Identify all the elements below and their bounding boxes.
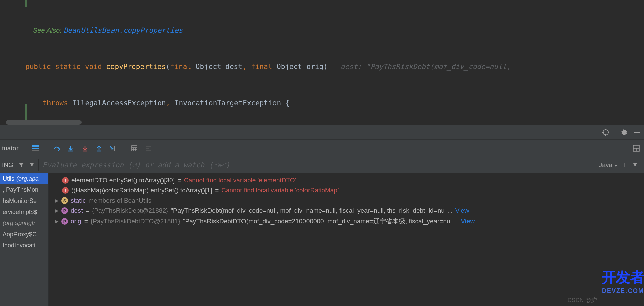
svg-rect-8 — [32, 150, 39, 151]
code-editor[interactable]: See Also: BeanUtilsBean.copyProperties p… — [0, 0, 644, 125]
variable-name: static — [71, 197, 86, 204]
error-message: Cannot find local variable 'elementDTO' — [184, 177, 296, 184]
variable-row[interactable]: ▶ P orig = {PayThsRiskDebtDTO@21881} "Pa… — [49, 216, 641, 227]
frames-list[interactable]: Utils (org.apa , PayThsMon hsMonitorSe e… — [0, 173, 49, 306]
step-into-icon[interactable] — [67, 145, 74, 152]
gear-icon[interactable] — [620, 129, 628, 136]
brace-open: { — [285, 97, 290, 109]
variable-type: {PayThsRiskDebt@21882} — [92, 207, 168, 214]
param-dest: dest — [225, 61, 243, 73]
keyword-void: void — [85, 61, 102, 73]
language-selector[interactable]: Java ▼ — [599, 161, 618, 169]
comma: , — [166, 97, 174, 109]
variable-row[interactable]: ▶ P dest = {PayThsRiskDebt@21882} "PayTh… — [49, 206, 641, 216]
svg-rect-7 — [32, 148, 39, 149]
variable-desc: members of BeanUtils — [88, 197, 151, 204]
stack-frame[interactable]: Utils (org.apa — [0, 173, 48, 184]
force-step-into-icon[interactable] — [81, 145, 89, 152]
watch-expression: elementDTO.entrySet().toArray()[30] — [71, 177, 175, 184]
keyword-final: final — [170, 61, 191, 73]
watch-error-row[interactable]: ! ((HashMap)colorRatioMap).entrySet().to… — [49, 185, 641, 195]
type-object: Object — [277, 61, 302, 73]
expand-chevron-icon[interactable]: ▶ — [55, 197, 59, 204]
tab-actuator[interactable]: tuator — [0, 145, 22, 152]
variable-value: "PayThsRiskDebt(mof_div_code=null, mof_d… — [171, 207, 445, 214]
svg-rect-24 — [146, 148, 149, 149]
watermark-logo: 开发者 DEVZE.COM — [602, 268, 644, 295]
keyword-static: static — [55, 61, 81, 73]
watches-toolbar: ING ▼ Evaluate expression (⏎) or add a w… — [0, 157, 644, 173]
javadoc-link[interactable]: BeanUtilsBean.copyProperties — [63, 24, 183, 36]
variables-panel[interactable]: ! elementDTO.entrySet().toArray()[30] = … — [49, 173, 644, 306]
debug-toolbar: tuator — [0, 140, 644, 157]
svg-rect-25 — [146, 150, 151, 151]
paren-close: ) — [323, 61, 328, 73]
run-to-cursor-icon[interactable] — [109, 145, 117, 152]
stack-frame[interactable]: erviceImpl$$ — [0, 207, 48, 218]
expand-chevron-icon[interactable]: ▶ — [55, 208, 59, 214]
inline-debug-hint: dest: "PayThsRiskDebt(mof_div_code=null, — [341, 61, 511, 73]
static-badge-icon: S — [61, 197, 68, 204]
csdn-watermark: CSDN @沪 — [568, 296, 597, 304]
method-name: copyProperties — [106, 61, 166, 73]
stack-frame[interactable]: AopProxy$C — [0, 229, 48, 240]
svg-rect-6 — [32, 145, 39, 147]
watch-error-row[interactable]: ! elementDTO.entrySet().toArray()[30] = … — [49, 175, 641, 185]
type-object: Object — [196, 61, 221, 73]
variable-row[interactable]: ▶ S static members of BeanUtils — [49, 195, 641, 206]
step-over-icon[interactable] — [53, 145, 60, 152]
param-badge-icon: P — [61, 207, 68, 214]
view-link[interactable]: View — [461, 218, 475, 225]
stack-frame[interactable]: hsMonitorSe — [0, 195, 48, 207]
keyword-throws: throws — [42, 97, 68, 109]
debug-body: Utils (org.apa , PayThsMon hsMonitorSe e… — [0, 173, 644, 306]
target-icon[interactable] — [602, 129, 609, 136]
stack-frame[interactable]: thodInvocati — [0, 240, 48, 251]
keyword-final: final — [251, 61, 272, 73]
variable-name: orig — [71, 218, 82, 225]
evaluate-expression-input[interactable]: Evaluate expression (⏎) or add a watch (… — [39, 161, 599, 169]
evaluate-expression-icon[interactable] — [131, 145, 138, 152]
error-icon: ! — [62, 187, 69, 194]
chevron-down-icon[interactable]: ▼ — [29, 161, 35, 169]
tab-threads[interactable]: ING — [2, 161, 13, 169]
svg-rect-5 — [634, 132, 640, 133]
variable-value: "PayThsRiskDebtDTO(mof_div_code=21000000… — [183, 217, 450, 226]
variable-name: dest — [71, 207, 83, 214]
debug-panel-header — [0, 125, 644, 140]
frames-icon[interactable] — [32, 145, 39, 152]
chevron-down-icon[interactable]: ▼ — [632, 161, 638, 169]
layout-settings-icon[interactable] — [633, 145, 640, 152]
watch-expression: ((HashMap)colorRatioMap).entrySet().toAr… — [71, 187, 212, 194]
param-orig: orig — [307, 61, 324, 73]
svg-rect-18 — [132, 146, 137, 151]
keyword-public: public — [25, 61, 51, 73]
paren-open: ( — [166, 61, 170, 73]
trace-current-stream-icon[interactable] — [145, 145, 152, 152]
view-link[interactable]: View — [455, 207, 469, 214]
svg-rect-23 — [146, 146, 151, 147]
horizontal-scrollbar[interactable] — [6, 120, 82, 125]
step-out-icon[interactable] — [95, 145, 103, 152]
expand-chevron-icon[interactable]: ▶ — [55, 218, 59, 224]
error-icon: ! — [62, 177, 69, 184]
chevron-down-icon: ▼ — [614, 164, 618, 168]
stack-frame[interactable]: (org.springfr — [0, 218, 48, 229]
javadoc-see-also: See Also: — [33, 24, 63, 36]
minimize-icon[interactable] — [633, 129, 641, 136]
error-message: Cannot find local variable 'colorRatioMa… — [221, 187, 339, 194]
exception-type: InvocationTargetException — [174, 97, 281, 109]
variable-type: {PayThsRiskDebtDTO@21881} — [91, 218, 180, 225]
param-badge-icon: P — [61, 218, 68, 225]
filter-icon[interactable] — [18, 162, 24, 168]
exception-type: IllegalAccessException — [72, 97, 166, 109]
stack-frame[interactable]: , PayThsMon — [0, 184, 48, 195]
svg-point-0 — [603, 130, 608, 135]
comma: , — [243, 61, 251, 73]
add-watch-icon[interactable] — [621, 161, 629, 169]
